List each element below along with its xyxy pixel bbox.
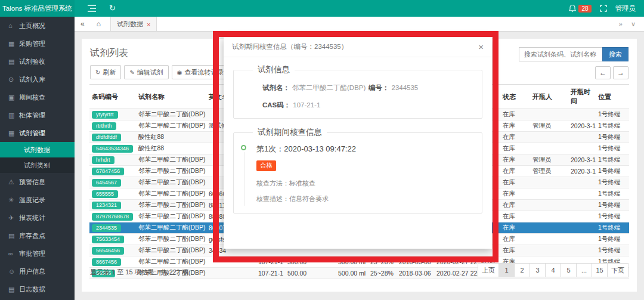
bell-icon: ⚠ xyxy=(8,178,19,186)
user-menu[interactable]: 管理员 xyxy=(615,4,636,13)
sidebar-item-温度记录[interactable]: ✳温度记录 xyxy=(0,191,75,209)
table-cell: 管理员 xyxy=(530,166,568,177)
barcode-cell: dfdfdfddf xyxy=(89,132,136,143)
check-desc-label: 核查描述： xyxy=(256,195,289,202)
barcode-badge: dfdfdfddf xyxy=(92,134,121,141)
modal-close-icon[interactable]: × xyxy=(478,42,484,52)
reagent-name-value: 邻苯二甲酸二丁酯(DBP) xyxy=(292,84,366,91)
sidebar-item-审批管理[interactable]: ∞审批管理 xyxy=(0,245,75,262)
user-icon: ☺ xyxy=(8,268,19,275)
table-cell: 1号终端 xyxy=(596,177,629,188)
barcode-cell: 2344535 xyxy=(89,222,136,234)
page-button-1[interactable]: 1 xyxy=(499,263,515,277)
reagent-info-legend: 试剂信息 xyxy=(253,64,295,75)
page-button-上页[interactable]: 上页 xyxy=(478,263,499,277)
reagent-no-value: 2344535 xyxy=(392,84,419,91)
table-cell: 1号终端 xyxy=(596,154,629,166)
table-cell: 500.00 ml xyxy=(336,268,368,279)
sidebar-item-柜体管理[interactable]: ▥柜体管理 xyxy=(0,106,75,124)
sidebar-item-库存盘点[interactable]: ▤库存盘点 xyxy=(0,227,75,245)
table-cell xyxy=(530,109,568,120)
sidebar-item-期间核查[interactable]: ▣期间核查 xyxy=(0,88,75,106)
column-header: 开瓶人 xyxy=(530,85,568,109)
search-input[interactable] xyxy=(519,47,602,61)
toolbar-button-编辑试剂[interactable]: ✎编辑试剂 xyxy=(124,65,168,79)
toolbar-button-刷新[interactable]: ↻刷新 xyxy=(90,65,121,79)
tabs-forward-icon[interactable]: » xyxy=(619,20,623,28)
table-cell xyxy=(568,211,596,222)
barcode-cell: 655555 xyxy=(89,188,136,200)
table-cell: 500.00 xyxy=(285,256,336,268)
sidebar-item-试剂类别[interactable]: 试剂类别 xyxy=(0,157,75,173)
table-cell: 1号终端 xyxy=(596,166,629,177)
table-cell: 1号终端 xyxy=(596,200,629,211)
sidebar-item-label: 预警信息 xyxy=(19,178,45,187)
sidebar-item-试剂数据[interactable]: 试剂数据 xyxy=(0,142,75,157)
search-button[interactable]: 搜索 xyxy=(602,47,628,61)
tab-close-icon[interactable]: × xyxy=(147,21,150,28)
sidebar-item-日志数据[interactable]: ▤日志数据 xyxy=(0,280,75,298)
page-button-3[interactable]: 3 xyxy=(530,263,546,277)
sidebar-item-预警信息[interactable]: ⚠预警信息 xyxy=(0,173,75,191)
tabbar: « ⌂ 试剂数据 × » ∨ xyxy=(75,17,644,32)
sidebar-item-试剂验收[interactable]: ▤试剂验收 xyxy=(0,52,75,70)
check-icon: ⊙ xyxy=(8,76,19,83)
toolbar-button-label: 编辑试剂 xyxy=(137,68,163,77)
table-cell: 在库 xyxy=(500,120,530,132)
table-cell: 邻苯二甲酸二丁酯(DBP) xyxy=(136,200,206,211)
reagent-name-label: 试剂名： xyxy=(262,84,290,91)
page-button-2[interactable]: 2 xyxy=(515,263,530,277)
table-cell: 107-21-1 xyxy=(256,256,285,268)
check-method-value: 标准核查 xyxy=(289,180,315,187)
table-cell xyxy=(568,234,596,245)
table-cell xyxy=(530,211,568,222)
table-cell xyxy=(568,143,596,154)
scroll-right-button[interactable]: → xyxy=(613,66,628,79)
sidebar-item-主页概况[interactable]: ⌂主页概况 xyxy=(0,17,75,35)
home-tab-icon[interactable]: ⌂ xyxy=(91,20,107,28)
column-header: 条码编号 xyxy=(89,85,136,109)
tabs-dropdown-icon[interactable]: ∨ xyxy=(631,20,636,28)
sidebar-item-label: 柜体管理 xyxy=(19,111,45,120)
tabs-collapse-icon[interactable]: « xyxy=(75,20,91,28)
table-cell: 邻苯二甲酸二丁酯(DBP) xyxy=(136,120,206,132)
sidebar-item-label: 采购管理 xyxy=(19,39,45,48)
sidebar-item-用户信息[interactable]: ☺用户信息 xyxy=(0,262,75,280)
table-cell: 1号终端 xyxy=(596,132,629,143)
page-button-下页[interactable]: 下页 xyxy=(608,263,628,277)
scroll-left-button[interactable]: ← xyxy=(595,66,611,79)
table-cell: 2018-03-06 xyxy=(397,268,434,279)
home-icon: ⌂ xyxy=(8,22,19,29)
column-header: 试剂名称 xyxy=(136,85,206,109)
table-cell: 1号终端 xyxy=(596,211,629,222)
sidebar-item-报表统计[interactable]: ✈报表统计 xyxy=(0,209,75,227)
refresh-icon[interactable]: ↻ xyxy=(109,0,116,17)
sidebar-item-试剂管理[interactable]: ▦试剂管理 xyxy=(0,124,75,142)
table-cell: 邻苯二甲酸二丁酯(DBP) xyxy=(136,211,206,222)
page-button-...[interactable]: ... xyxy=(577,263,592,277)
notifications-button[interactable]: 28 xyxy=(569,5,591,13)
chart-icon: ✈ xyxy=(8,214,19,222)
tab-reagent-data[interactable]: 试剂数据 × xyxy=(110,17,157,31)
table-cell xyxy=(206,268,256,279)
sidebar-item-label: 审批管理 xyxy=(19,249,45,258)
table-cell: 管理员 xyxy=(530,154,568,166)
page-button-4[interactable]: 4 xyxy=(546,263,561,277)
barcode-badge: 75633454 xyxy=(92,236,124,243)
table-cell: 1号终端 xyxy=(596,143,629,154)
toolbar-button-icon: ↻ xyxy=(95,69,100,76)
table-cell xyxy=(568,200,596,211)
toolbar-button-label: 查看流转记录 xyxy=(185,68,224,77)
table-cell: 在库 xyxy=(500,188,530,200)
page-button-5[interactable]: 5 xyxy=(561,263,577,277)
fullscreen-icon[interactable] xyxy=(600,5,607,12)
app-title: Talons 标准品管理系统 xyxy=(0,0,75,17)
sidebar-toggle-icon[interactable] xyxy=(88,5,96,12)
table-cell: 酸性红88 xyxy=(136,132,206,143)
page-button-15[interactable]: 15 xyxy=(592,263,608,277)
sidebar-item-试剂入库[interactable]: ⊙试剂入库 xyxy=(0,70,75,88)
timeline-line xyxy=(244,152,244,206)
timeline-dot-icon xyxy=(241,145,246,150)
toolbar-button-查看流转记录[interactable]: ◉查看流转记录 xyxy=(172,65,230,79)
sidebar-item-采购管理[interactable]: ▦采购管理 xyxy=(0,35,75,52)
